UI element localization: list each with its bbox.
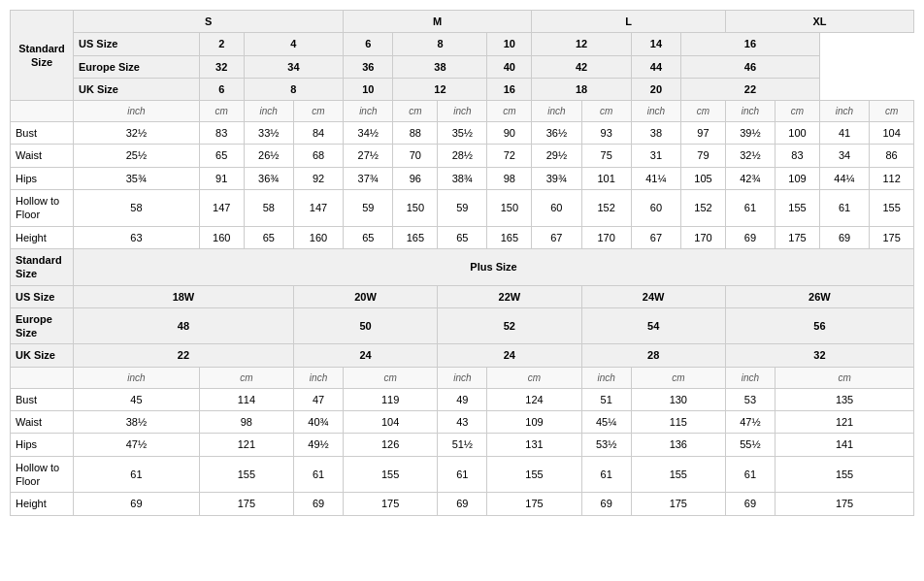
us-10: 10 [487,33,532,55]
plus-20w: 20W [293,285,437,307]
us-4: 4 [244,33,344,55]
eu-46: 46 [681,55,820,78]
height-label-plus: Height [11,493,74,515]
us-size-row: US Size 2 4 6 8 10 12 14 16 [11,33,914,55]
us-8: 8 [393,33,487,55]
eu-38: 38 [393,55,487,78]
hollow-label: Hollow to Floor [11,190,74,227]
uk-22: 22 [681,78,820,100]
unit-cm-8: cm [870,101,914,122]
plus-18w: 18W [74,285,294,307]
hollow-label-plus: Hollow to Floor [11,456,74,493]
unit-cm-6: cm [681,101,726,122]
l-header: L [532,11,726,33]
bust-label: Bust [11,122,74,145]
unit-inch-6: inch [631,101,680,122]
hips-label: Hips [11,167,74,189]
uk-size-label: UK Size [74,78,200,100]
unit-cm-3: cm [393,101,438,122]
unit-cm-2: cm [293,101,343,122]
s-header: S [74,11,344,33]
us-12: 12 [532,33,632,55]
unit-inch-3: inch [344,101,393,122]
eu-32: 32 [199,55,244,78]
unit-inch-7: inch [725,101,775,122]
uk-6: 6 [199,78,244,100]
bust-row-standard: Bust 32½ 83 33½ 84 34½ 88 35½ 90 36½ 93 … [11,122,914,145]
plus-section-header: Standard Size Plus Size [11,248,914,285]
plus-26w: 26W [725,285,913,307]
eu-42: 42 [532,55,632,78]
unit-cm-7: cm [776,101,820,122]
m-header: M [344,11,532,33]
hollow-row-standard: Hollow to Floor 58 147 58 147 59 150 59 … [11,190,914,227]
us-16: 16 [681,33,820,55]
unit-inch-2: inch [244,101,293,122]
waist-label-plus: Waist [11,411,74,434]
hips-row-standard: Hips 35¾ 91 36¾ 92 37¾ 96 38¾ 98 39¾ 101… [11,167,914,189]
unit-inch-5: inch [532,101,581,122]
uk-20: 20 [631,78,680,100]
standard-header-row: Standard Size S M L XL [11,11,914,33]
bust-label-plus: Bust [11,388,74,410]
plus-24w: 24W [581,285,725,307]
us-6: 6 [344,33,393,55]
hollow-row-plus: Hollow to Floor 61 155 61 155 61 155 61 … [11,456,914,493]
uk-size-row: UK Size 6 8 10 12 16 18 20 22 [11,78,914,100]
us-14: 14 [631,33,680,55]
size-chart-table: Standard Size S M L XL US Size 2 4 6 8 1… [10,10,914,516]
waist-label: Waist [11,145,74,167]
eu-36: 36 [344,55,393,78]
us-2: 2 [199,33,244,55]
uk-8: 8 [244,78,344,100]
xl-header: XL [725,11,913,33]
unit-inch-1: inch [74,101,200,122]
hips-row-plus: Hips 47½ 121 49½ 126 51½ 131 53½ 136 55½… [11,434,914,456]
unit-row-standard: inch cm inch cm inch cm inch cm inch cm … [11,101,914,122]
uk-18: 18 [532,78,632,100]
bust-row-plus: Bust 45 114 47 119 49 124 51 130 53 135 [11,388,914,410]
height-row-plus: Height 69 175 69 175 69 175 69 175 69 17… [11,493,914,515]
standard-size-label: Standard Size [11,11,74,101]
us-size-label: US Size [74,33,200,55]
us-size-label-plus: US Size [11,285,74,307]
height-row-standard: Height 63 160 65 160 65 165 65 165 67 17… [11,226,914,248]
eu-40: 40 [487,55,532,78]
europe-size-label: Europe Size [74,55,200,78]
unit-cm-4: cm [487,101,532,122]
europe-size-row: Europe Size 32 34 36 38 40 42 44 46 [11,55,914,78]
eu-34: 34 [244,55,344,78]
plus-europe-row: Europe Size 48 50 52 54 56 [11,307,914,344]
uk-size-label-plus: UK Size [11,344,74,367]
unit-row-plus: inch cm inch cm inch cm inch cm inch cm [11,367,914,388]
uk-10: 10 [344,78,393,100]
hips-label-plus: Hips [11,434,74,456]
unit-cm-1: cm [199,101,244,122]
unit-cm-5: cm [581,101,631,122]
plus-uk-row: UK Size 22 24 24 28 32 [11,344,914,367]
uk-12: 12 [393,78,487,100]
eu-44: 44 [631,55,680,78]
plus-22w: 22W [438,285,581,307]
plus-size-label: Plus Size [74,248,914,285]
unit-inch-4: inch [438,101,487,122]
uk-16: 16 [487,78,532,100]
plus-us-row: US Size 18W 20W 22W 24W 26W [11,285,914,307]
standard-size-label-plus: Standard Size [11,248,74,285]
waist-row-standard: Waist 25½ 65 26½ 68 27½ 70 28½ 72 29½ 75… [11,145,914,167]
height-label-standard: Height [11,226,74,248]
europe-size-label-plus: Europe Size [11,307,74,344]
unit-inch-8: inch [819,101,869,122]
waist-row-plus: Waist 38½ 98 40¾ 104 43 109 45¼ 115 47½ … [11,411,914,434]
